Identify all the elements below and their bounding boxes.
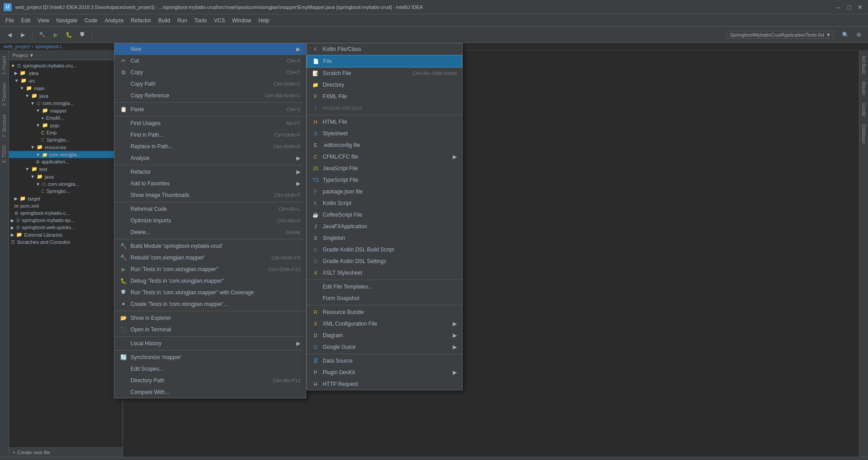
file-menu-xslt[interactable]: X XSLT Stylesheet <box>307 267 462 279</box>
ctx-item-create-tests[interactable]: ✦ Create 'Tests in 'com.xiongjian.mapper… <box>114 298 306 310</box>
minimize-button[interactable]: – <box>834 3 843 12</box>
ctx-item-show-thumbnails[interactable]: Show Image Thumbnails Ctrl+Shift+T <box>114 189 306 201</box>
file-menu-html[interactable]: H HTML File <box>307 116 462 128</box>
file-menu-singleton[interactable]: S Singleton <box>307 232 462 244</box>
right-tab-database[interactable]: Database <box>860 121 868 147</box>
toolbar-back[interactable]: ◀ <box>4 29 15 41</box>
tree-item-application[interactable]: ⚙ application... <box>9 158 122 165</box>
tree-item-external-libs[interactable]: ▶ 📁 External Libraries <box>9 231 122 238</box>
tree-item-resources[interactable]: ▼ 📁 resources <box>9 143 122 151</box>
menu-refactor[interactable]: Refactor <box>127 16 155 25</box>
file-menu-edit-templates[interactable]: Edit File Templates... <box>307 281 462 293</box>
ctx-item-analyze[interactable]: Analyze ▶ <box>114 152 306 164</box>
sidebar-tab-favorites[interactable]: 2: Favorites <box>0 79 8 109</box>
menu-navigate[interactable]: Navigate <box>53 16 81 25</box>
file-menu-plugin-devkit[interactable]: P Plugin DevKit ▶ <box>307 367 462 378</box>
tree-item-springboot-config[interactable]: ⚙ springboot-mybatis-c... <box>9 209 122 217</box>
tree-item-mapper[interactable]: ▼ 📁 mapper <box>9 107 122 114</box>
file-menu-directory[interactable]: 📁 Directory <box>307 79 462 91</box>
tree-item-src[interactable]: ▼ 📁 src <box>9 77 122 84</box>
config-dropdown-icon[interactable]: ▼ <box>826 32 831 38</box>
toolbar-settings[interactable]: ⚙ <box>853 29 864 41</box>
ctx-item-paste[interactable]: 📋 Paste Ctrl+V <box>114 104 306 115</box>
tree-item-emp[interactable]: C Emp <box>9 129 122 136</box>
file-menu-stylesheet[interactable]: S Stylesheet <box>307 128 462 139</box>
file-menu-javascript[interactable]: JS JavaScript File <box>307 163 462 174</box>
maximize-button[interactable]: □ <box>845 3 854 12</box>
file-menu-http-request[interactable]: H HTTP Request <box>307 378 462 390</box>
ctx-item-add-favorites[interactable]: Add to Favorites ▶ <box>114 178 306 189</box>
ctx-item-copy-ref[interactable]: Copy Reference Ctrl+Alt+Shift+C <box>114 90 306 101</box>
right-tab-ant[interactable]: Ant Build <box>860 52 868 77</box>
file-menu-fxml[interactable]: F FXML File <box>307 91 462 102</box>
ctx-item-show-explorer[interactable]: 📂 Show in Explorer <box>114 312 306 324</box>
toolbar-run[interactable]: ▶ <box>50 29 61 41</box>
file-menu-coffeescript[interactable]: ☕ CoffeeScript File <box>307 209 462 221</box>
menu-code[interactable]: Code <box>81 16 101 25</box>
tree-item-empmapper[interactable]: ● EmpM... <box>9 114 122 121</box>
close-button[interactable]: ✕ <box>855 3 864 12</box>
tree-item-target[interactable]: ▶ 📁 target <box>9 195 122 202</box>
file-menu-xml-config[interactable]: X XML Configuration File ▶ <box>307 318 462 330</box>
tree-item-pom[interactable]: m pom.xml <box>9 202 122 209</box>
tree-item-test[interactable]: ▼ 📁 test <box>9 165 122 173</box>
ctx-item-replace-path[interactable]: Replace in Path... Ctrl+Shift+R <box>114 141 306 152</box>
menu-file[interactable]: File <box>2 16 17 25</box>
breadcrumb-project[interactable]: web_project <box>4 44 30 49</box>
ctx-item-build-module[interactable]: 🔨 Build Module 'springboot-mybatis-crud' <box>114 240 306 252</box>
tree-item-main[interactable]: ▼ 📁 main <box>9 84 122 92</box>
file-menu-kotlin-class[interactable]: K Kotlin File/Class <box>307 43 462 55</box>
tree-item-springboot-mybatis[interactable]: ▼ ☰ springboot-mybatis-cru... <box>9 62 122 69</box>
ctx-item-new[interactable]: New ▶ <box>114 43 306 55</box>
menu-vcs[interactable]: VCS <box>211 16 229 25</box>
tree-item-springbo1[interactable]: C Springbo... <box>9 136 122 143</box>
file-menu-form-snapshot[interactable]: Form Snapshot <box>307 293 462 304</box>
file-menu-module-info[interactable]: ℹ module-info.java <box>307 102 462 114</box>
tree-item-springboot-web[interactable]: ▶ ☰ springboot-web-quicks... <box>9 224 122 231</box>
menu-help[interactable]: Help <box>255 16 273 25</box>
file-menu-packagejson[interactable]: P package.json file <box>307 186 462 197</box>
ctx-item-copy[interactable]: ⧉ Copy Ctrl+C <box>114 67 306 78</box>
file-menu-scratch[interactable]: 📝 Scratch File Ctrl+Alt+Shift+Insert <box>307 67 462 79</box>
toolbar-forward[interactable]: ▶ <box>17 29 29 41</box>
menu-tools[interactable]: Tools <box>191 16 211 25</box>
menu-window[interactable]: Window <box>228 16 255 25</box>
file-menu-editorconfig[interactable]: E .editorconfig file <box>307 139 462 151</box>
file-menu-diagram[interactable]: D Diagram ▶ <box>307 330 462 341</box>
tree-item-java2[interactable]: ▼ 📁 java <box>9 173 122 180</box>
menu-run[interactable]: Run <box>174 16 191 25</box>
menu-analyze[interactable]: Analyze <box>101 16 127 25</box>
ctx-item-refactor[interactable]: Refactor ▶ <box>114 166 306 178</box>
tree-item-scratches[interactable]: 🗒 Scratches and Consoles <box>9 238 122 246</box>
right-tab-gradle[interactable]: Gradle <box>860 100 868 120</box>
ctx-item-find-usages[interactable]: Find Usages Alt+F7 <box>114 117 306 129</box>
ctx-item-synchronize[interactable]: 🔄 Synchronize 'mapper' <box>114 351 306 363</box>
ctx-item-optimize[interactable]: Optimize Imports Ctrl+Alt+O <box>114 215 306 226</box>
sidebar-tab-project[interactable]: 1: Project <box>0 52 8 78</box>
file-menu-typescript[interactable]: TS TypeScript File <box>307 174 462 186</box>
ctx-item-compare[interactable]: Compare With... <box>114 386 306 398</box>
create-new-file-button[interactable]: + Create new file <box>9 447 122 457</box>
tree-item-pojo[interactable]: ▼ 📁 pojo <box>9 121 122 129</box>
file-menu-cfml[interactable]: C CFML/CFC file ▶ <box>307 151 462 163</box>
ctx-item-run-coverage[interactable]: ⛊ Run 'Tests in 'com.xiongjian.mapper'' … <box>114 287 306 298</box>
tree-item-springboot-qu[interactable]: ▶ ☰ springboot-mybatis-qu... <box>9 217 122 224</box>
ctx-item-edit-scopes[interactable]: Edit Scopes... <box>114 363 306 375</box>
ctx-item-delete[interactable]: Delete... Delete <box>114 226 306 238</box>
right-tab-maven[interactable]: Maven <box>860 78 868 99</box>
tree-item-idea[interactable]: ▶ 📁 .idea <box>9 69 122 77</box>
ctx-item-debug-tests[interactable]: 🐛 Debug 'Tests in 'com.xiongjian.mapper'… <box>114 275 306 287</box>
menu-view[interactable]: View <box>34 16 53 25</box>
file-menu-kotlin-script[interactable]: K Kotlin Script <box>307 197 462 209</box>
ctx-item-run-tests[interactable]: ▶ Run 'Tests in 'com.xiongjian.mapper'' … <box>114 263 306 275</box>
ctx-item-reformat[interactable]: Reformat Code Ctrl+Alt+L <box>114 203 306 215</box>
breadcrumb-module[interactable]: springboot-r... <box>35 44 65 49</box>
toolbar-coverage[interactable]: ⛊ <box>76 29 88 41</box>
tree-item-com-xiongjian[interactable]: ▼ ⬡ com.xiongjia... <box>9 100 122 107</box>
toolbar-debug[interactable]: 🐛 <box>63 29 75 41</box>
file-menu-javafx[interactable]: J JavaFXApplication <box>307 221 462 232</box>
file-menu-google-guice[interactable]: G Google Guice ▶ <box>307 341 462 353</box>
menu-edit[interactable]: Edit <box>17 16 34 25</box>
tree-item-com-xiongjian2[interactable]: ▼ 📁 com.xiongjia... <box>9 151 122 158</box>
window-controls[interactable]: – □ ✕ <box>834 3 864 12</box>
